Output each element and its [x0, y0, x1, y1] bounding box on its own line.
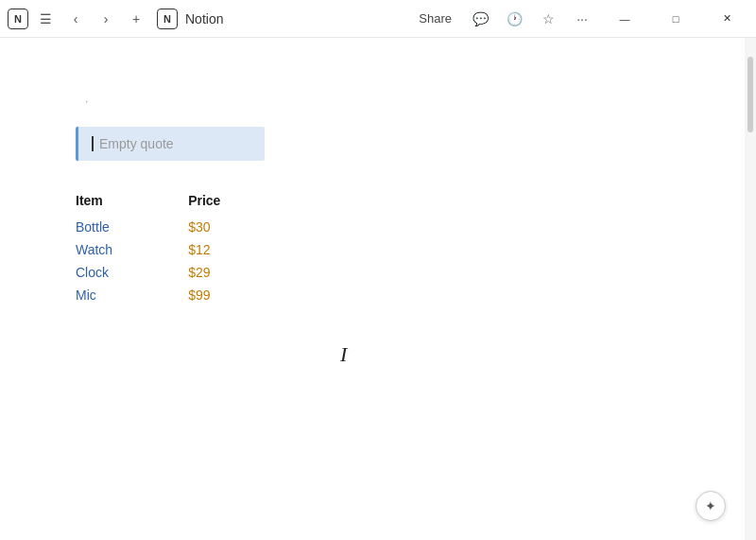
titlebar-right: Share 💬 🕐 ☆ ··· — □ ✕: [378, 4, 748, 34]
forward-button[interactable]: ›: [93, 6, 119, 32]
table-cell-price: $30: [188, 216, 296, 238]
more-icon-button[interactable]: ···: [569, 6, 595, 32]
table-cell-item: Clock: [76, 261, 188, 284]
scrollbar[interactable]: [745, 38, 756, 540]
table-row: Bottle$30: [76, 216, 296, 238]
notion-app-icon: N: [8, 9, 28, 29]
titlebar: N ☰ ‹ › + N Notion Share 💬 🕐 ☆ ··· — □ ✕: [0, 0, 756, 38]
table-cell-item: Watch: [76, 238, 188, 261]
corner-button[interactable]: ✦: [696, 491, 726, 521]
table-cell-price: $99: [188, 284, 296, 306]
app-title: Notion: [185, 11, 223, 26]
table-cell-item: Mic: [76, 284, 188, 306]
close-button[interactable]: ✕: [705, 4, 748, 34]
content-area: · Empty quote I Item Price Bottle$30Watc…: [0, 38, 745, 540]
table-row: Watch$12: [76, 238, 296, 261]
share-button[interactable]: Share: [411, 8, 459, 29]
scrollbar-thumb[interactable]: [747, 57, 753, 132]
quote-block[interactable]: Empty quote: [76, 127, 265, 161]
maximize-button[interactable]: □: [654, 4, 697, 34]
quote-placeholder: Empty quote: [99, 136, 174, 151]
table-header-item: Item: [76, 189, 188, 216]
history-icon-button[interactable]: 🕐: [501, 6, 527, 32]
table-cell-price: $29: [188, 261, 296, 284]
table-cell-item: Bottle: [76, 216, 188, 238]
comment-icon-button[interactable]: 💬: [467, 6, 493, 32]
i-beam-cursor: I: [340, 342, 347, 367]
menu-button[interactable]: ☰: [32, 6, 59, 32]
add-button[interactable]: +: [123, 6, 149, 32]
table-cell-price: $12: [188, 238, 296, 261]
content-wrapper: · Empty quote I Item Price Bottle$30Watc…: [0, 38, 756, 540]
page-content: · Empty quote I Item Price Bottle$30Watc…: [0, 38, 745, 363]
star-icon-button[interactable]: ☆: [535, 6, 561, 32]
text-cursor: [92, 136, 94, 151]
dot-line: ·: [85, 95, 650, 108]
data-table: Item Price Bottle$30Watch$12Clock$29Mic$…: [76, 189, 296, 306]
table-row: Mic$99: [76, 284, 296, 306]
table-row: Clock$29: [76, 261, 296, 284]
back-button[interactable]: ‹: [62, 6, 89, 32]
titlebar-left: N ☰ ‹ › + N Notion: [8, 6, 378, 32]
minimize-button[interactable]: —: [603, 4, 646, 34]
notion-page-icon: N: [157, 9, 178, 29]
table-header-price: Price: [188, 189, 296, 216]
